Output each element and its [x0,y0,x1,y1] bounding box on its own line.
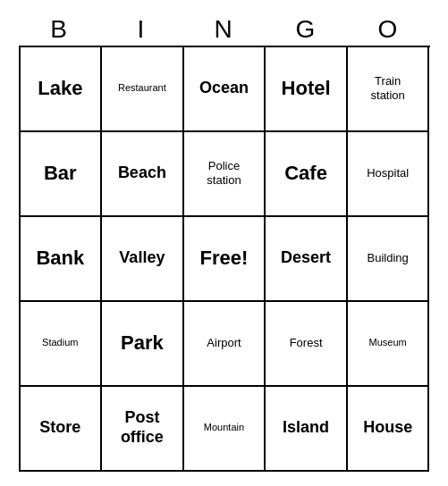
bingo-cell: Mountain [184,387,266,472]
bingo-cell: Restaurant [102,47,184,132]
bingo-cell: Building [348,217,430,302]
bingo-row: BankValleyFree!DesertBuilding [21,217,430,302]
cell-text: Hotel [282,77,331,100]
cell-text: Bar [44,162,77,185]
bingo-row: BarBeachPolicestationCafeHospital [21,132,430,217]
cell-text: Building [368,251,409,265]
cell-text: Ocean [199,79,249,98]
header-letter: G [266,15,348,44]
cell-text: Cafe [284,162,327,185]
bingo-cell: Beach [102,132,184,217]
bingo-cell: Cafe [266,132,348,217]
bingo-cell: Desert [266,217,348,302]
cell-text: Bank [36,247,84,270]
bingo-cell: Hospital [348,132,430,217]
bingo-cell: Airport [184,302,266,387]
header-letter: O [348,15,430,44]
bingo-row: LakeRestaurantOceanHotelTrainstation [21,47,430,132]
cell-text: Store [39,418,80,438]
bingo-grid: LakeRestaurantOceanHotelTrainstationBarB… [19,46,430,472]
bingo-row: StorePostofficeMountainIslandHouse [21,387,430,472]
bingo-cell: Museum [348,302,430,387]
bingo-cell: Store [21,387,103,472]
cell-text: Museum [369,337,407,348]
bingo-cell: Valley [102,217,184,302]
bingo-cell: Island [266,387,348,472]
cell-text: Postoffice [121,408,164,447]
bingo-cell: Bank [21,217,103,302]
header-letter: I [101,15,183,44]
cell-text: Trainstation [371,74,405,102]
bingo-cell: Ocean [184,47,266,132]
header-letter: N [183,15,266,44]
bingo-cell: Lake [21,47,103,132]
bingo-cell: House [348,387,430,472]
bingo-cell: Bar [21,132,103,217]
bingo-cell: Free! [184,217,266,302]
cell-text: Desert [281,248,331,268]
bingo-cell: Hotel [266,47,348,132]
cell-text: Valley [119,248,165,268]
bingo-cell: Stadium [21,302,103,387]
cell-text: House [363,418,412,438]
cell-text: Hospital [367,166,409,180]
header-letter: B [19,15,101,44]
bingo-cell: Trainstation [348,47,430,132]
bingo-cell: Forest [266,302,348,387]
cell-text: Airport [207,336,241,350]
bingo-cell: Policestation [184,132,266,217]
bingo-header: BINGO [19,15,430,44]
cell-text: Island [283,418,329,438]
cell-text: Policestation [207,159,241,187]
cell-text: Forest [290,336,323,350]
bingo-row: StadiumParkAirportForestMuseum [21,302,430,387]
cell-text: Mountain [204,422,244,433]
cell-text: Park [121,331,164,355]
bingo-cell: Postoffice [102,387,184,472]
cell-text: Restaurant [118,82,166,94]
cell-text: Free! [200,247,249,270]
cell-text: Beach [118,163,166,183]
cell-text: Stadium [42,337,78,348]
cell-text: Lake [38,77,82,100]
bingo-card: BINGO LakeRestaurantOceanHotelTrainstati… [19,15,430,472]
bingo-cell: Park [102,302,184,387]
